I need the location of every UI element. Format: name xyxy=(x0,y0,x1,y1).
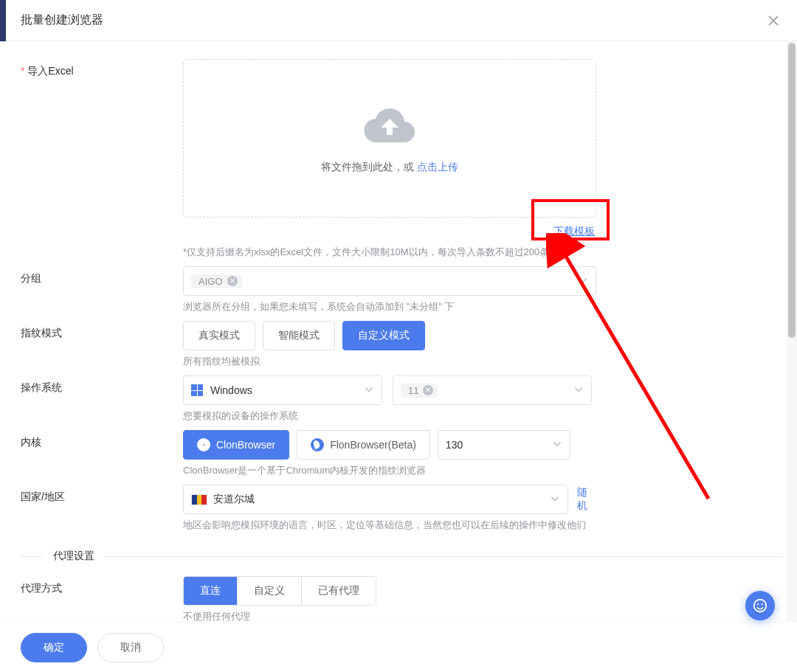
proxy-direct-button[interactable]: 直连 xyxy=(184,577,238,605)
scrollbar[interactable] xyxy=(787,41,797,622)
kernel-clon-button[interactable]: ClonBrowser xyxy=(183,430,289,460)
fingerprint-label: 指纹模式 xyxy=(21,321,183,340)
group-label: 分组 xyxy=(21,266,183,285)
proxy-mode-group: 直连 自定义 已有代理 xyxy=(183,576,376,606)
os-version-select[interactable]: 11 ✕ xyxy=(393,375,592,405)
download-template-link[interactable]: 下载模板 xyxy=(552,222,596,241)
os-label: 操作系统 xyxy=(21,375,183,395)
country-select[interactable]: 安道尔城 xyxy=(183,485,568,514)
upload-click-link[interactable]: 点击上传 xyxy=(417,161,458,173)
chevron-down-icon xyxy=(578,275,588,288)
group-hint: 浏览器所在分组，如果您未填写，系统会自动添加到 "未分组" 下 xyxy=(183,300,596,314)
import-hint: *仅支持后缀名为xlsx的Excel文件，文件大小限制10M以内，每次导入条数不… xyxy=(183,246,596,259)
help-fab[interactable] xyxy=(745,591,775,620)
os-version-tag[interactable]: 11 ✕ xyxy=(401,384,438,398)
country-label: 国家/地区 xyxy=(21,485,183,504)
chevron-down-icon xyxy=(550,493,560,506)
chrome-icon xyxy=(197,438,210,451)
proxy-existing-button[interactable]: 已有代理 xyxy=(302,577,376,605)
fingerprint-custom-button[interactable]: 自定义模式 xyxy=(342,321,425,350)
chevron-down-icon xyxy=(552,439,562,451)
country-random-link[interactable]: 随机 xyxy=(577,486,596,513)
scrollbar-thumb[interactable] xyxy=(788,43,796,338)
upload-text: 将文件拖到此处，或 点击上传 xyxy=(321,161,458,174)
proxy-mode-label: 代理方式 xyxy=(21,576,183,595)
firefox-icon xyxy=(311,438,324,451)
chevron-down-icon xyxy=(364,384,374,397)
import-excel-label: 导入Excel xyxy=(21,59,183,78)
kernel-flon-button[interactable]: FlonBrowser(Beta) xyxy=(297,430,430,460)
close-icon[interactable] xyxy=(767,15,779,27)
group-select[interactable]: AIGO ✕ xyxy=(183,266,596,296)
flag-icon xyxy=(191,494,207,505)
modal-title: 批量创建浏览器 xyxy=(21,13,103,28)
tag-remove-icon[interactable]: ✕ xyxy=(227,276,238,286)
ok-button[interactable]: 确定 xyxy=(21,633,87,662)
cloud-upload-icon xyxy=(363,103,416,149)
fingerprint-hint: 所有指纹均被模拟 xyxy=(183,355,596,368)
os-name-select[interactable]: Windows xyxy=(183,375,382,405)
proxy-section-divider: 代理设置 xyxy=(21,550,782,563)
cancel-button[interactable]: 取消 xyxy=(97,633,164,662)
svg-point-2 xyxy=(762,603,763,605)
upload-dropzone[interactable]: 将文件拖到此处，或 点击上传 xyxy=(183,59,596,218)
fingerprint-smart-button[interactable]: 智能模式 xyxy=(263,321,335,350)
svg-point-1 xyxy=(757,603,759,605)
kernel-label: 内核 xyxy=(21,430,183,449)
svg-point-0 xyxy=(754,600,767,612)
fingerprint-real-button[interactable]: 真实模式 xyxy=(183,321,255,350)
country-hint: 地区会影响您模拟环境的语言，时区，定位等基础信息，当然您也可以在后续的操作中修改… xyxy=(183,519,596,532)
tag-remove-icon[interactable]: ✕ xyxy=(423,385,433,395)
proxy-custom-button[interactable]: 自定义 xyxy=(238,577,302,605)
os-hint: 您要模拟的设备的操作系统 xyxy=(183,409,596,423)
kernel-hint: ClonBrowser是一个基于Chromium内核开发的指纹浏览器 xyxy=(183,464,596,477)
kernel-version-select[interactable]: 130 xyxy=(438,430,570,460)
windows-icon xyxy=(191,384,203,396)
proxy-hint: 不使用任何代理 xyxy=(183,610,596,622)
group-tag[interactable]: AIGO ✕ xyxy=(191,274,242,288)
chevron-down-icon xyxy=(573,384,584,397)
